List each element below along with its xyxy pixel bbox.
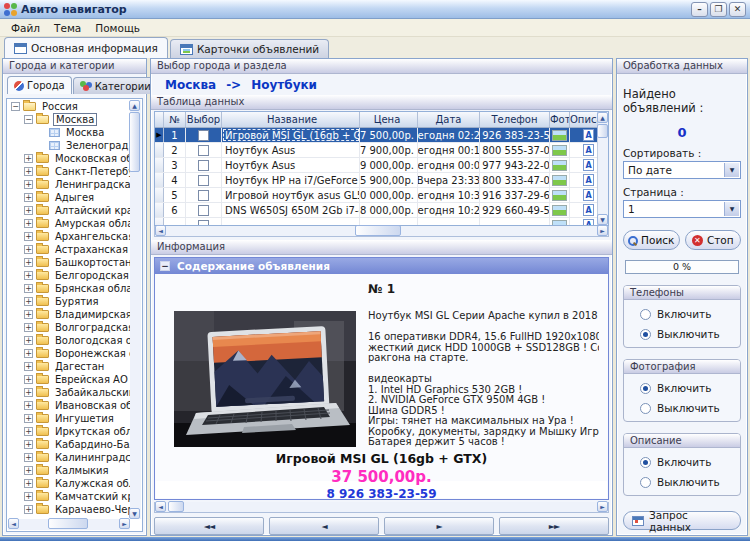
nav-next-button[interactable]: ► xyxy=(384,517,494,535)
column-header[interactable]: Цена xyxy=(360,112,418,127)
tree-item[interactable]: +Архангельская обл. xyxy=(8,230,130,243)
cell-name[interactable]: Ноутбук Asus xyxy=(222,143,360,157)
tree-item[interactable]: +Дагестан xyxy=(8,360,130,373)
expand-icon[interactable]: + xyxy=(24,479,33,488)
expand-icon[interactable]: + xyxy=(24,505,33,514)
sort-dropdown[interactable]: По дате ▼ xyxy=(623,161,741,179)
cell-name[interactable]: Ноутбук Asus xyxy=(222,158,360,172)
expand-icon[interactable]: + xyxy=(24,349,33,358)
tree-item[interactable]: +Волгоградская об. xyxy=(8,321,130,334)
tree-item[interactable]: +Владимирская обл xyxy=(8,308,130,321)
tree-item[interactable]: +Забайкальский кр xyxy=(8,386,130,399)
expand-icon[interactable]: + xyxy=(24,362,33,371)
table-row[interactable]: 2Ноутбук Asus7 900,00р.Сегодня 00:128 80… xyxy=(155,143,608,158)
radio-option[interactable]: Выключить xyxy=(640,328,740,340)
scroll-up-icon[interactable]: ▲ xyxy=(597,112,608,123)
menu-item[interactable]: Тема xyxy=(47,20,88,36)
description-icon[interactable]: A xyxy=(583,204,594,216)
photo-icon[interactable] xyxy=(552,130,567,141)
breadcrumb-city[interactable]: Москва xyxy=(165,78,216,92)
tree-item[interactable]: +Калмыкия xyxy=(8,464,130,477)
scroll-thumb[interactable] xyxy=(168,501,184,512)
photo-icon[interactable] xyxy=(552,175,567,186)
expand-icon[interactable]: + xyxy=(24,401,33,410)
radio-button[interactable] xyxy=(640,477,651,488)
radio-option[interactable]: Выключить xyxy=(640,476,740,488)
table-vertical-scrollbar[interactable]: ▲ ▼ xyxy=(597,112,608,225)
tree-item[interactable]: +Брянская область xyxy=(8,282,130,295)
tab-categories[interactable]: Категории xyxy=(73,77,158,94)
column-header[interactable]: № xyxy=(164,112,186,127)
collapse-icon[interactable]: − xyxy=(160,261,170,271)
checkbox[interactable] xyxy=(198,190,209,201)
description-icon[interactable]: A xyxy=(583,129,594,141)
expand-icon[interactable]: + xyxy=(24,180,33,189)
minimize-button[interactable]: – xyxy=(691,2,708,17)
expand-icon[interactable]: + xyxy=(24,414,33,423)
tree-item[interactable]: +Еврейская АО xyxy=(8,373,130,386)
expand-icon[interactable]: + xyxy=(24,232,33,241)
expand-icon[interactable]: + xyxy=(24,375,33,384)
cell-name[interactable]: DNS W650SJ 650M 2Gb i7-4700MQ xyxy=(222,203,360,217)
column-header[interactable]: Дата xyxy=(418,112,480,127)
expand-icon[interactable]: + xyxy=(24,440,33,449)
scroll-left-icon[interactable]: ◄ xyxy=(155,225,166,236)
expand-icon[interactable]: + xyxy=(24,336,33,345)
collapse-icon[interactable]: − xyxy=(11,102,20,111)
table-row[interactable]: ▶1Игровой MSI GL (16gb + GTX)37 500,00р.… xyxy=(155,128,608,143)
search-button[interactable]: Поиск xyxy=(623,230,680,250)
checkbox[interactable] xyxy=(198,130,209,141)
tree-item[interactable]: +Ингушетия xyxy=(8,412,130,425)
expand-icon[interactable]: + xyxy=(24,193,33,202)
scroll-thumb[interactable] xyxy=(355,225,401,236)
tree-item[interactable]: +Белгородская обл xyxy=(8,269,130,282)
column-header[interactable]: Фото xyxy=(550,112,570,127)
expand-icon[interactable]: + xyxy=(24,297,33,306)
tree-item[interactable]: −Россия xyxy=(8,100,130,113)
column-header[interactable]: Название xyxy=(222,112,360,127)
cell-name[interactable]: Ноутбук HP на i7/GeForce GTX 850/1 xyxy=(222,173,360,187)
request-data-button[interactable]: Запрос данных xyxy=(623,511,741,530)
scroll-down-icon[interactable]: ▼ xyxy=(597,214,608,225)
tree-vertical-scrollbar[interactable]: ▲ ▼ xyxy=(130,100,141,519)
scroll-down-icon[interactable]: ▼ xyxy=(129,508,140,519)
description-icon[interactable]: A xyxy=(583,189,594,201)
checkbox[interactable] xyxy=(198,175,209,186)
expand-icon[interactable]: + xyxy=(24,245,33,254)
scroll-up-icon[interactable]: ▲ xyxy=(129,100,140,111)
tree-item[interactable]: +Санкт-Петербург xyxy=(8,165,130,178)
nav-prev-button[interactable]: ◄ xyxy=(269,517,379,535)
radio-button[interactable] xyxy=(640,457,651,468)
radio-button[interactable] xyxy=(640,403,651,414)
menu-item[interactable]: Файл xyxy=(4,20,47,36)
tab-ad-cards[interactable]: Карточки объявлений xyxy=(170,39,329,58)
tree-item[interactable]: +Алтайский край xyxy=(8,204,130,217)
checkbox[interactable] xyxy=(198,160,209,171)
tab-cities[interactable]: Города xyxy=(7,76,72,94)
checkbox[interactable] xyxy=(198,205,209,216)
table-row[interactable]: 6DNS W650SJ 650M 2Gb i7-4700MQ8 000,00р.… xyxy=(155,203,608,218)
expand-icon[interactable]: + xyxy=(24,388,33,397)
tab-main-info[interactable]: Основная информация xyxy=(4,37,168,58)
tree-item[interactable]: +Калининградская xyxy=(8,451,130,464)
scroll-right-icon[interactable]: ► xyxy=(119,518,130,529)
radio-button[interactable] xyxy=(640,309,651,320)
tree-item[interactable]: +Ивановская облас xyxy=(8,399,130,412)
table-row[interactable]: 4Ноутбук HP на i7/GeForce GTX 850/125 90… xyxy=(155,173,608,188)
tree-item[interactable]: +Адыгея xyxy=(8,191,130,204)
scroll-left-icon[interactable]: ◄ xyxy=(8,518,19,529)
tree-item[interactable]: +Московская область xyxy=(8,152,130,165)
scroll-thumb[interactable] xyxy=(597,124,608,138)
table-horizontal-scrollbar[interactable]: ◄ ► xyxy=(154,226,609,237)
expand-icon[interactable]: + xyxy=(24,427,33,436)
tree-item[interactable]: +Бурятия xyxy=(8,295,130,308)
cell-name[interactable]: Игровой MSI GL (16gb + GTX) xyxy=(222,128,360,142)
tree-item[interactable]: +Астраханская обл. xyxy=(8,243,130,256)
nav-first-button[interactable]: ◄◄ xyxy=(154,517,264,535)
description-icon[interactable]: A xyxy=(583,159,594,171)
radio-option[interactable]: Включить xyxy=(640,456,740,468)
maximize-button[interactable]: ❐ xyxy=(710,2,727,17)
collapse-icon[interactable]: − xyxy=(24,115,33,124)
cell-name[interactable] xyxy=(222,218,360,226)
expand-icon[interactable]: + xyxy=(24,323,33,332)
